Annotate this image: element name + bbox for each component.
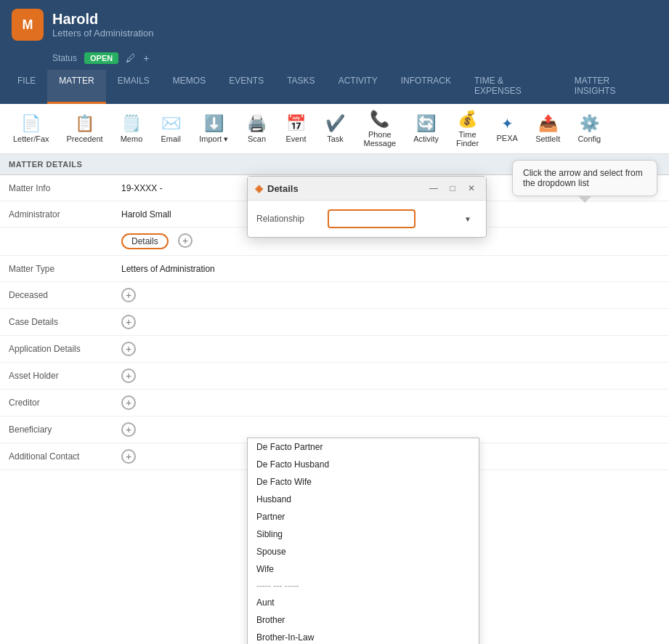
tab-matter[interactable]: MATTER: [47, 70, 105, 104]
tooltip-text: Click the arrow and select from the drop…: [523, 168, 643, 188]
matter-row-deceased: Deceased +: [0, 282, 669, 309]
import-button[interactable]: ⬇️ Import ▾: [192, 111, 235, 147]
beneficiary-add-icon[interactable]: +: [121, 422, 136, 437]
config-button[interactable]: ⚙️ Config: [570, 111, 608, 146]
letter-fax-button[interactable]: 📄 Letter/Fax: [6, 111, 57, 146]
creditor-value: +: [113, 390, 669, 416]
deceased-label: Deceased: [0, 284, 113, 306]
dialog-body: Relationship De Facto Partner De Facto H…: [248, 201, 486, 237]
dropdown-item-de-facto-husband[interactable]: De Facto Husband: [248, 456, 479, 473]
matter-row-application-details: Application Details +: [0, 336, 669, 363]
dialog-field-relationship: Relationship De Facto Partner De Facto H…: [256, 209, 477, 228]
status-label: Status: [52, 53, 77, 63]
asset-holder-label: Asset Holder: [0, 365, 113, 387]
dropdown-item-de-facto-wife[interactable]: De Facto Wife: [248, 473, 479, 491]
dialog-controls: — □ ✕: [426, 181, 479, 196]
precedent-label: Precedent: [67, 134, 103, 143]
tab-emails[interactable]: EMAILS: [106, 70, 161, 104]
dropdown-item-de-facto-partner[interactable]: De Facto Partner: [248, 438, 479, 456]
memo-icon: 🗒️: [121, 114, 141, 133]
matter-info-label: Matter Info: [0, 177, 113, 199]
dropdown-item-wife[interactable]: Wife: [248, 560, 479, 578]
activity-icon: 🔄: [416, 114, 436, 133]
creditor-add-icon[interactable]: +: [121, 395, 136, 410]
app-title-block: Harold Letters of Administration: [52, 11, 153, 39]
matter-row-type: Matter Type Letters of Administration: [0, 256, 669, 282]
dropdown-item-aunt[interactable]: Aunt: [248, 594, 479, 611]
scan-icon: 🖨️: [247, 114, 267, 133]
tab-infotrack[interactable]: INFOTRACK: [389, 70, 463, 104]
phone-icon: 📞: [370, 110, 389, 129]
event-button[interactable]: 📅 Event: [277, 111, 314, 146]
dialog-close-button[interactable]: ✕: [464, 181, 479, 196]
dropdown-item-husband[interactable]: Husband: [248, 491, 479, 508]
pexa-icon: ✦: [501, 115, 514, 132]
event-icon: 📅: [286, 114, 306, 133]
relationship-dropdown-list: De Facto Partner De Facto Husband De Fac…: [247, 438, 479, 644]
dropdown-item-spouse[interactable]: Spouse: [248, 543, 479, 560]
app-header: M Harold Letters of Administration: [0, 0, 669, 49]
email-icon: ✉️: [161, 114, 181, 133]
task-icon: ✔️: [325, 114, 345, 133]
app-subtitle: Letters of Administration: [52, 28, 153, 39]
dialog-title: ◈ Details: [255, 182, 299, 194]
tab-matter-insights[interactable]: MATTER INSIGHTS: [563, 70, 663, 104]
dropdown-item-sibling[interactable]: Sibling: [248, 526, 479, 543]
relationship-label: Relationship: [256, 214, 322, 224]
matter-row-asset-holder: Asset Holder +: [0, 363, 669, 390]
dropdown-item-brother[interactable]: Brother: [248, 611, 479, 629]
tab-activity[interactable]: ACTIVITY: [327, 70, 389, 104]
matter-row-creditor: Creditor +: [0, 390, 669, 416]
dropdown-item-brother-in-law[interactable]: Brother-In-Law: [248, 629, 479, 644]
pexa-label: PEXA: [496, 134, 517, 142]
matter-details-panel: MATTER DETAILS Click the arrow and selec…: [0, 154, 669, 644]
tab-memos[interactable]: MEMOS: [161, 70, 217, 104]
email-button[interactable]: ✉️ Email: [153, 111, 189, 146]
dialog-maximize-button[interactable]: □: [445, 181, 460, 196]
event-label: Event: [285, 134, 306, 143]
tab-file[interactable]: FILE: [6, 70, 47, 104]
pexa-button[interactable]: ✦ PEXA: [489, 112, 525, 145]
phone-message-button[interactable]: 📞 PhoneMessage: [356, 107, 403, 150]
tooltip-bubble: Click the arrow and select from the drop…: [512, 160, 657, 196]
dialog-minimize-button[interactable]: —: [426, 181, 441, 196]
tab-events[interactable]: EVENTS: [217, 70, 275, 104]
details-add-icon[interactable]: +: [178, 233, 192, 248]
dropdown-item-partner[interactable]: Partner: [248, 508, 479, 526]
settleit-button[interactable]: 📤 SettleIt: [528, 111, 567, 146]
creditor-label: Creditor: [0, 392, 113, 414]
add-status-icon[interactable]: +: [143, 52, 149, 64]
edit-icon[interactable]: 🖊: [126, 52, 136, 64]
matter-row-case-details: Case Details +: [0, 309, 669, 336]
details-pill[interactable]: Details: [121, 233, 169, 249]
time-finder-icon: 💰: [458, 110, 477, 129]
time-finder-label: TimeFinder: [456, 130, 479, 148]
details-label: [0, 236, 113, 247]
application-details-add-icon[interactable]: +: [121, 342, 136, 356]
memo-button[interactable]: 🗒️ Memo: [113, 111, 150, 146]
asset-holder-add-icon[interactable]: +: [121, 369, 136, 383]
relationship-select[interactable]: De Facto Partner De Facto Husband De Fac…: [328, 209, 415, 228]
task-label: Task: [327, 134, 344, 143]
scan-button[interactable]: 🖨️ Scan: [238, 111, 275, 146]
time-finder-button[interactable]: 💰 TimeFinder: [449, 107, 486, 150]
task-button[interactable]: ✔️ Task: [317, 111, 353, 146]
letter-fax-icon: 📄: [21, 114, 41, 133]
tab-tasks[interactable]: TASKS: [275, 70, 326, 104]
import-icon: ⬇️: [204, 114, 224, 133]
app-title: Harold: [52, 11, 153, 28]
import-label: Import ▾: [199, 134, 228, 144]
details-dialog: ◈ Details — □ ✕ Relationship De Facto Pa…: [247, 176, 487, 238]
logo-text: M: [23, 17, 33, 33]
phone-message-label: PhoneMessage: [363, 130, 396, 148]
dialog-title-text: Details: [267, 183, 299, 194]
activity-button[interactable]: 🔄 Activity: [406, 111, 446, 146]
tab-time-expenses[interactable]: TIME & EXPENSES: [463, 70, 563, 104]
case-details-add-icon[interactable]: +: [121, 315, 136, 329]
precedent-button[interactable]: 📋 Precedent: [60, 111, 110, 146]
relationship-select-wrapper: De Facto Partner De Facto Husband De Fac…: [328, 209, 477, 228]
deceased-add-icon[interactable]: +: [121, 288, 136, 302]
administrator-label: Administrator: [0, 204, 113, 225]
config-label: Config: [577, 134, 601, 143]
additional-contact-add-icon[interactable]: +: [121, 449, 136, 464]
